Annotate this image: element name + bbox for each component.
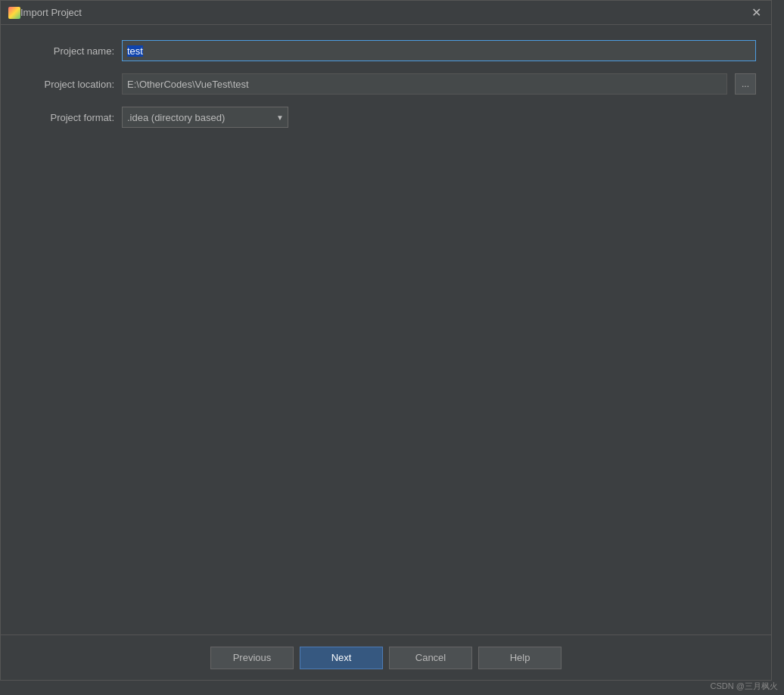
project-location-input[interactable] bbox=[122, 73, 727, 95]
help-button[interactable]: Help bbox=[478, 647, 562, 669]
project-format-select[interactable]: .idea (directory based) .ipr (file based… bbox=[122, 107, 288, 128]
next-button[interactable]: Next bbox=[300, 647, 383, 669]
previous-button[interactable]: Previous bbox=[210, 647, 294, 669]
project-format-row: Project format: .idea (directory based) … bbox=[16, 107, 756, 128]
project-name-label: Project name: bbox=[16, 45, 114, 57]
dialog-footer: Previous Next Cancel Help bbox=[1, 634, 771, 680]
project-name-row: Project name: bbox=[16, 40, 756, 61]
project-name-input[interactable] bbox=[122, 40, 756, 61]
project-format-label: Project format: bbox=[16, 112, 114, 123]
close-button[interactable]: ✕ bbox=[748, 5, 764, 20]
format-select-wrapper: .idea (directory based) .ipr (file based… bbox=[122, 107, 288, 128]
dialog-title: Import Project bbox=[20, 7, 748, 18]
watermark-text: CSDN @三月枫火 bbox=[711, 681, 778, 692]
cancel-button[interactable]: Cancel bbox=[389, 647, 472, 669]
import-project-dialog: Import Project ✕ Project name: Project l… bbox=[0, 0, 772, 681]
project-location-label: Project location: bbox=[16, 79, 114, 90]
dialog-body: Project name: Project location: ... Proj… bbox=[1, 25, 771, 634]
browse-button[interactable]: ... bbox=[735, 73, 756, 95]
app-icon bbox=[8, 7, 20, 19]
title-bar: Import Project ✕ bbox=[1, 1, 771, 25]
project-location-row: Project location: ... bbox=[16, 73, 756, 95]
